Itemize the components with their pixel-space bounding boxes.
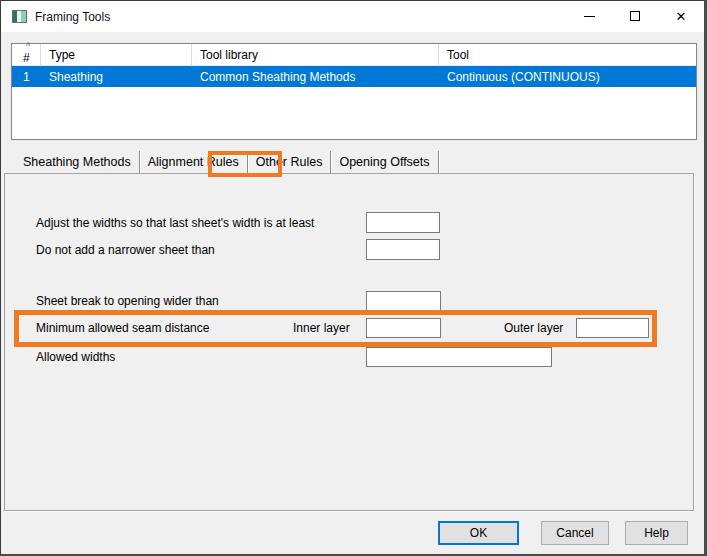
tools-table: ^ # Type Tool library Tool 1 Sheathing C… [11, 43, 697, 140]
app-icon [12, 10, 27, 23]
narrower-sheet-input[interactable] [366, 239, 440, 260]
inner-layer-input[interactable] [366, 318, 441, 338]
inner-layer-label: Inner layer [293, 321, 350, 335]
maximize-button[interactable] [612, 1, 658, 31]
column-header-tool-library[interactable]: Tool library [192, 44, 439, 65]
allowed-widths-input[interactable] [366, 347, 552, 367]
tab-other-rules[interactable]: Other Rules [248, 151, 332, 173]
cell-type: Sheathing [41, 70, 192, 84]
table-row-selected[interactable]: 1 Sheathing Common Sheathing Methods Con… [12, 66, 696, 87]
cell-tool-library: Common Sheathing Methods [192, 70, 439, 84]
sort-ascending-icon: ^ [26, 41, 30, 51]
seam-distance-label: Minimum allowed seam distance [36, 321, 209, 335]
close-button[interactable]: ✕ [658, 1, 704, 31]
window-title: Framing Tools [35, 10, 110, 24]
close-icon: ✕ [676, 10, 687, 23]
tab-alignment-rules[interactable]: Alignment Rules [140, 151, 248, 173]
cell-number: 1 [12, 70, 41, 84]
titlebar: Framing Tools ✕ [1, 1, 704, 32]
allowed-widths-label: Allowed widths [36, 350, 115, 364]
cancel-button[interactable]: Cancel [541, 521, 609, 545]
outer-layer-label: Outer layer [504, 321, 563, 335]
table-header: ^ # Type Tool library Tool [12, 44, 696, 66]
window-controls: ✕ [566, 1, 704, 32]
adjust-widths-label: Adjust the widths so that last sheet's w… [36, 216, 314, 230]
column-header-number[interactable]: ^ # [12, 44, 41, 65]
maximize-icon [630, 11, 640, 21]
tab-opening-offsets[interactable]: Opening Offsets [331, 151, 438, 173]
sheet-break-input[interactable] [366, 291, 441, 311]
help-button[interactable]: Help [625, 521, 688, 545]
framing-tools-dialog: Framing Tools ✕ ^ # Type Tool library To… [0, 0, 707, 556]
column-header-type[interactable]: Type [41, 44, 192, 65]
cell-tool: Continuous (CONTINUOUS) [439, 70, 696, 84]
minimize-icon [584, 16, 595, 17]
outer-layer-input[interactable] [576, 318, 649, 338]
sheet-break-label: Sheet break to opening wider than [36, 294, 219, 308]
tab-sheathing-methods[interactable]: Sheathing Methods [15, 151, 140, 173]
narrower-sheet-label: Do not add a narrower sheet than [36, 243, 215, 257]
minimize-button[interactable] [566, 1, 612, 31]
adjust-widths-input[interactable] [366, 212, 440, 233]
column-header-tool[interactable]: Tool [439, 44, 696, 65]
column-header-label: # [23, 51, 30, 65]
ok-button[interactable]: OK [438, 521, 519, 545]
tabstrip: Sheathing Methods Alignment Rules Other … [15, 151, 439, 173]
